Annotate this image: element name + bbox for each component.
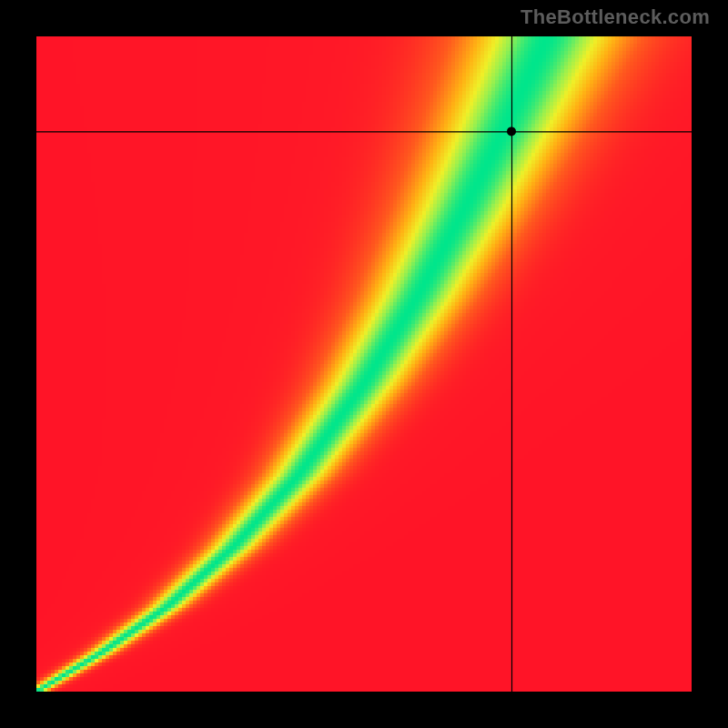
watermark-text: TheBottleneck.com xyxy=(521,5,710,29)
heatmap-canvas xyxy=(36,36,692,692)
chart-container: TheBottleneck.com xyxy=(0,0,728,728)
